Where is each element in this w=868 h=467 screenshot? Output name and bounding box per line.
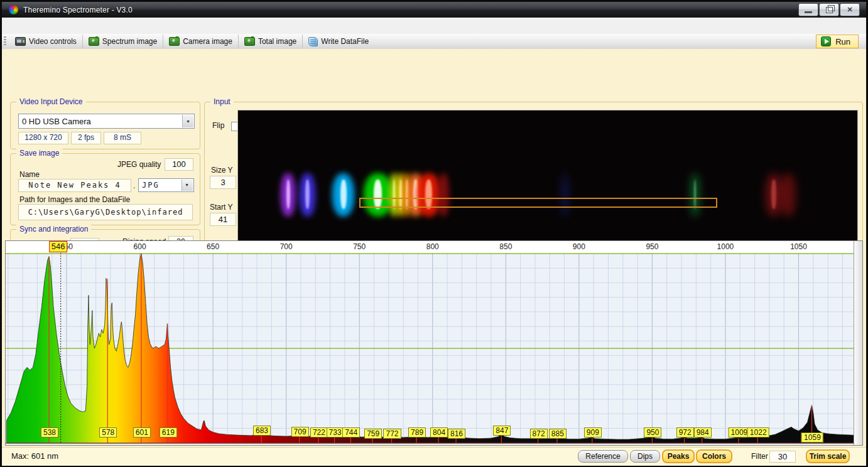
trim-scale-button[interactable]: Trim scale (806, 449, 850, 463)
camera-icon (244, 37, 255, 46)
peak-label: 984 (694, 427, 712, 437)
peak-label: 772 (383, 429, 401, 439)
axis-tick-label: 600 (134, 242, 146, 251)
chart-right-scrollbar[interactable] (854, 241, 862, 445)
spectral-band (780, 173, 796, 217)
axis-tick-label: 1050 (790, 242, 807, 251)
run-button[interactable]: Run (816, 35, 859, 48)
window-title: Theremino Spectrometer - V3.0 (23, 6, 133, 14)
axis-tick-label: 650 (207, 242, 219, 251)
exposure-badge: 8 mS (104, 132, 141, 144)
toolbar-button[interactable]: Spectrum image (82, 35, 163, 48)
size-y-field[interactable]: 3 (210, 176, 236, 189)
filter-label: Filter (751, 452, 768, 461)
spectral-band-core (286, 180, 290, 209)
maximize-button[interactable] (819, 3, 839, 16)
spectrum-selection-rect[interactable] (359, 198, 717, 207)
camera-icon (169, 37, 180, 46)
peak-label: 619 (160, 427, 177, 437)
axis-tick-label: 850 (499, 242, 512, 251)
menu-bar (2, 18, 866, 35)
peak-label: 709 (291, 427, 309, 437)
marker-wavelength-label[interactable]: 546 (49, 241, 68, 252)
video-input-group: Video Input Device 0 HD USB Camera ▼ 128… (10, 102, 200, 149)
file-name-field[interactable]: Note New Peaks 4 (18, 179, 131, 192)
chevron-down-icon: ▼ (182, 180, 193, 191)
peak-label: 909 (584, 427, 602, 437)
jpeg-quality-label: JPEG quality (117, 160, 161, 169)
app-window: Theremino Spectrometer - V3.0 ✕ Video co… (0, 0, 868, 467)
peak-label: 578 (99, 427, 117, 437)
maximize-icon (826, 7, 833, 13)
dips-button[interactable]: Dips (630, 450, 660, 463)
peak-label: 804 (430, 427, 448, 437)
format-select[interactable]: JPG ▼ (138, 178, 194, 192)
menu-item[interactable] (17, 23, 32, 28)
peak-label: 722 (310, 427, 328, 437)
chevron-down-icon: ▼ (182, 115, 193, 127)
spectral-band-core (305, 180, 310, 209)
spectrum-chart: 55060065070075080085090095010001050546 5… (5, 240, 863, 446)
menu-item[interactable] (47, 23, 62, 28)
spectral-band-core (771, 180, 776, 209)
group-title: Video Input Device (16, 97, 86, 106)
filter-field[interactable]: 30 (769, 451, 796, 463)
peaks-button[interactable]: Peaks (662, 449, 695, 463)
toolbar-button[interactable]: Camera image (163, 35, 238, 48)
run-play-icon (821, 36, 831, 46)
peak-label: 872 (530, 429, 548, 439)
path-field[interactable]: C:\Users\GaryG\Desktop\infared (18, 204, 193, 220)
save-image-group: Save image JPEG quality 100 Name Note Ne… (10, 153, 200, 225)
peak-label: 601 (133, 427, 151, 437)
peak-label: 847 (493, 426, 511, 436)
spectrum-plot[interactable] (6, 253, 854, 445)
close-button[interactable]: ✕ (840, 3, 860, 16)
spectral-band (563, 173, 567, 217)
peak-label: 744 (342, 427, 360, 437)
menu-item[interactable] (62, 23, 77, 28)
group-title: Save image (16, 149, 62, 158)
wavelength-axis: 55060065070075080085090095010001050546 (6, 241, 854, 253)
status-bar: Max: 601 nm Reference Dips Peaks Colors … (2, 447, 866, 466)
reference-button[interactable]: Reference (578, 450, 628, 463)
axis-tick-label: 950 (646, 242, 658, 251)
menu-item[interactable] (2, 23, 17, 28)
peak-label: 972 (676, 427, 694, 437)
toolbar-button[interactable]: Total image (238, 35, 302, 48)
minimize-button[interactable] (798, 3, 818, 16)
axis-tick-label: 800 (426, 242, 439, 251)
toolbar: Video controlsSpectrum imageCamera image… (2, 34, 866, 50)
peak-label: 1059 (801, 432, 823, 443)
peak-label: 950 (644, 427, 661, 437)
close-icon: ✕ (847, 6, 852, 13)
resolution-badge: 1280 x 720 (18, 132, 68, 144)
colors-button[interactable]: Colors (696, 449, 732, 463)
title-bar: Theremino Spectrometer - V3.0 ✕ (2, 2, 866, 18)
size-y-label: Size Y (211, 166, 232, 174)
spectral-band-core (340, 180, 347, 209)
peak-label: 759 (364, 429, 382, 439)
axis-tick-label: 700 (280, 242, 293, 251)
start-y-field[interactable]: 41 (210, 213, 236, 226)
toolbar-button[interactable]: Write DataFile (302, 35, 374, 48)
peak-label: 885 (549, 429, 567, 439)
start-y-label: Start Y (210, 203, 232, 212)
max-peak-readout: Max: 601 nm (11, 451, 58, 461)
path-label: Path for Images and the DataFile (19, 195, 130, 204)
camera-icon (89, 37, 99, 46)
extension-dot: . (133, 181, 135, 190)
jpeg-quality-field[interactable]: 100 (165, 158, 193, 171)
peak-label: 538 (41, 427, 58, 437)
scroll-icon (308, 37, 318, 46)
axis-tick-label: 900 (573, 242, 585, 251)
axis-tick-label: 1000 (717, 242, 734, 251)
video-controls-icon (15, 37, 26, 46)
peak-label: 733 (327, 427, 344, 437)
theremino-logo-icon (9, 5, 18, 14)
video-device-select[interactable]: 0 HD USB Camera ▼ (18, 114, 195, 129)
minimize-icon (805, 11, 812, 13)
menu-item[interactable] (32, 23, 47, 28)
toolbar-button[interactable]: Video controls (9, 35, 82, 48)
name-label: Name (19, 170, 40, 179)
group-title: Sync and integration (16, 225, 91, 234)
